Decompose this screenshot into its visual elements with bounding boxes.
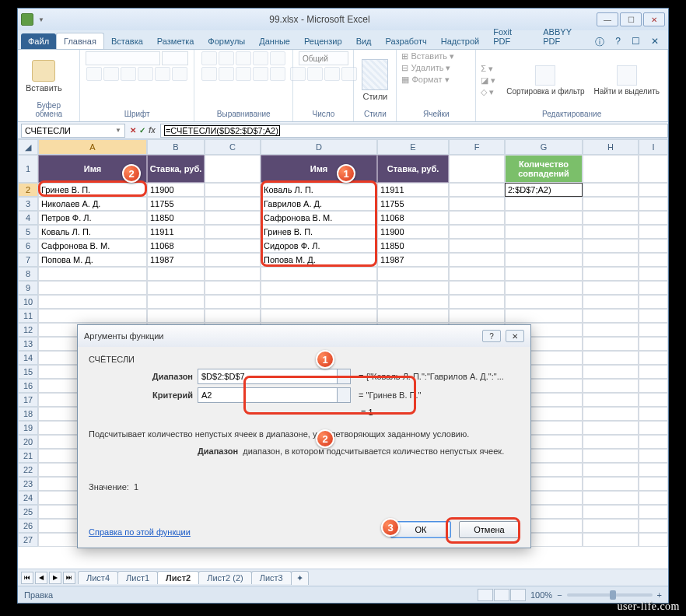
table-cell[interactable]: 11068 xyxy=(147,239,205,253)
table-cell[interactable]: 11068 xyxy=(377,211,449,225)
col-D[interactable]: D xyxy=(261,139,377,155)
help-icon[interactable]: ? xyxy=(615,36,621,49)
row-9[interactable]: 9 xyxy=(18,281,38,295)
table-cell[interactable]: Коваль Л. П. xyxy=(261,183,377,197)
table-cell[interactable]: Сафронова В. М. xyxy=(261,211,377,225)
cancel-button[interactable]: Отмена xyxy=(459,521,520,538)
view-buttons[interactable] xyxy=(478,589,526,601)
zoom-out-icon[interactable]: − xyxy=(557,590,562,600)
align-bottom[interactable] xyxy=(236,51,251,65)
formula-bar[interactable]: =СЧЁТЕСЛИ($D$2:$D$7;A2) xyxy=(160,124,668,138)
tab-review[interactable]: Рецензир xyxy=(297,33,349,49)
row-7[interactable]: 7 xyxy=(18,253,38,267)
row-4[interactable]: 4 xyxy=(18,211,38,225)
align-left[interactable] xyxy=(201,67,217,81)
zoom-slider[interactable] xyxy=(567,593,653,597)
col-E[interactable]: E xyxy=(377,139,449,155)
align-top[interactable] xyxy=(201,51,217,65)
find-select-button[interactable]: Найти и выделить xyxy=(591,64,663,97)
row-24[interactable]: 24 xyxy=(18,491,38,505)
sheet-nav-last[interactable]: ⏭ xyxy=(63,572,75,584)
paste-button[interactable]: Вставить xyxy=(23,58,65,94)
col-I[interactable]: I xyxy=(639,139,668,155)
col-H[interactable]: H xyxy=(583,139,639,155)
dialog-titlebar[interactable]: Аргументы функции ? ✕ xyxy=(78,325,530,347)
align-center[interactable] xyxy=(219,67,234,81)
tab-addins[interactable]: Надстрой xyxy=(434,33,486,49)
sort-filter-button[interactable]: Сортировка и фильтр xyxy=(503,64,587,97)
minimize-button[interactable]: — xyxy=(597,12,618,26)
table-cell[interactable]: Попова М. Д. xyxy=(38,253,147,267)
dialog-help-link[interactable]: Справка по этой функции xyxy=(89,527,191,537)
row-5[interactable]: 5 xyxy=(18,225,38,239)
tab-data[interactable]: Данные xyxy=(252,33,297,49)
percent[interactable] xyxy=(307,67,323,81)
row-27[interactable]: 27 xyxy=(18,533,38,547)
range-input[interactable] xyxy=(198,369,338,384)
row-12[interactable]: 12 xyxy=(18,323,38,337)
fill-color-button[interactable] xyxy=(155,67,170,81)
table-cell[interactable]: Попова М. Д. xyxy=(261,253,377,267)
dialog-close-icon[interactable]: ✕ xyxy=(506,330,524,342)
row-19[interactable]: 19 xyxy=(18,421,38,435)
table-cell[interactable]: Гринев В. П. xyxy=(261,225,377,239)
italic-button[interactable] xyxy=(103,67,119,81)
hdr-name-1[interactable]: Имя xyxy=(38,155,147,183)
col-B[interactable]: B xyxy=(147,139,205,155)
row-1[interactable]: 1 xyxy=(18,155,38,183)
ribbon-minimize-icon[interactable]: ⓘ xyxy=(595,36,604,49)
table-cell[interactable]: 11911 xyxy=(377,183,449,197)
font-color-button[interactable] xyxy=(172,67,187,81)
sheet-tab[interactable]: Лист3 xyxy=(251,571,292,584)
hdr-matches[interactable]: Количествосовпадений xyxy=(505,155,583,183)
row-2[interactable]: 2 xyxy=(18,183,38,197)
row-13[interactable]: 13 xyxy=(18,337,38,351)
tab-home[interactable]: Главная xyxy=(56,33,104,49)
row-23[interactable]: 23 xyxy=(18,477,38,491)
number-format-select[interactable] xyxy=(299,51,348,65)
row-11[interactable]: 11 xyxy=(18,309,38,323)
table-cell[interactable]: Сафронова В. М. xyxy=(38,239,147,253)
table-cell[interactable]: Петров Ф. Л. xyxy=(38,211,147,225)
row-26[interactable]: 26 xyxy=(18,519,38,533)
table-cell[interactable]: 11900 xyxy=(147,183,205,197)
table-cell[interactable]: Сидоров Ф. Л. xyxy=(261,239,377,253)
indent-dec[interactable] xyxy=(253,67,268,81)
col-F[interactable]: F xyxy=(449,139,505,155)
currency[interactable] xyxy=(290,67,306,81)
row-8[interactable]: 8 xyxy=(18,267,38,281)
row-14[interactable]: 14 xyxy=(18,351,38,365)
tab-layout[interactable]: Разметка xyxy=(150,33,201,49)
row-18[interactable]: 18 xyxy=(18,407,38,421)
maximize-button[interactable]: ☐ xyxy=(620,12,642,26)
align-right[interactable] xyxy=(236,67,251,81)
sheet-tab-active[interactable]: Лист2 xyxy=(157,571,199,584)
table-cell[interactable]: 11850 xyxy=(147,211,205,225)
cancel-formula-icon[interactable]: ✕ xyxy=(130,126,136,135)
row-10[interactable]: 10 xyxy=(18,295,38,309)
tab-foxit[interactable]: Foxit PDF xyxy=(486,24,536,49)
close-button[interactable]: ✕ xyxy=(643,12,665,26)
styles-button[interactable]: Стили xyxy=(359,58,391,103)
qat-dropdown-icon[interactable]: ▼ xyxy=(38,16,44,23)
ok-button[interactable]: ОК xyxy=(390,521,451,538)
table-cell[interactable]: 11900 xyxy=(377,225,449,239)
bold-button[interactable] xyxy=(86,67,102,81)
table-cell[interactable]: Николаев А. Д. xyxy=(38,197,147,211)
table-cell[interactable]: Гринев В. П. xyxy=(38,183,147,197)
sheet-tab[interactable]: Лист4 xyxy=(78,571,118,584)
ribbon-close-icon[interactable]: ✕ xyxy=(651,36,659,49)
table-cell[interactable]: 11755 xyxy=(147,197,205,211)
table-cell[interactable]: 11911 xyxy=(147,225,205,239)
table-cell[interactable]: 11850 xyxy=(377,239,449,253)
row-17[interactable]: 17 xyxy=(18,393,38,407)
col-G[interactable]: G xyxy=(505,139,583,155)
sheet-nav-first[interactable]: ⏮ xyxy=(21,572,33,584)
sheet-nav-prev[interactable]: ◀ xyxy=(35,572,47,584)
active-cell[interactable]: 2:$D$7;A2) xyxy=(505,183,583,197)
tab-abbyy[interactable]: ABBYY PDF xyxy=(536,24,595,49)
underline-button[interactable] xyxy=(121,67,136,81)
criteria-input[interactable] xyxy=(198,387,338,403)
range-ref-button[interactable] xyxy=(337,369,351,384)
new-sheet-button[interactable]: ✦ xyxy=(291,571,309,585)
